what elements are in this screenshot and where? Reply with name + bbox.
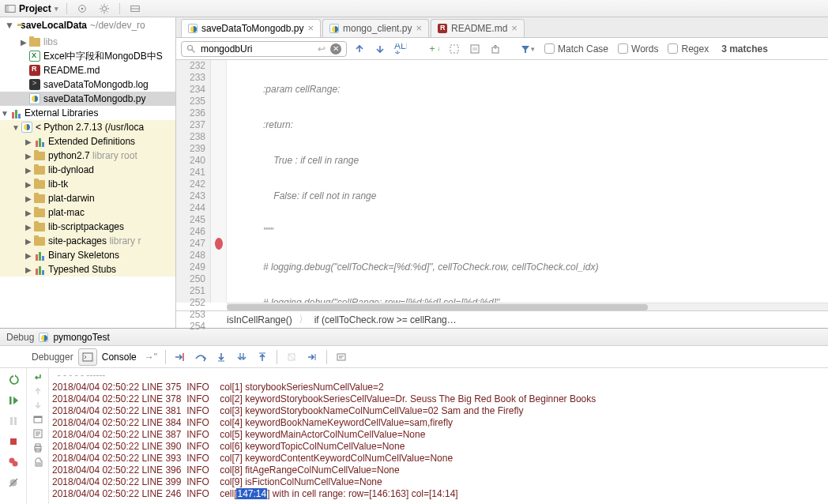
tree-item[interactable]: ▶lib-dynload [0,163,175,177]
tab-mongoclient[interactable]: mongo_client.py× [322,19,429,37]
svg-rect-22 [83,353,92,361]
svg-rect-33 [14,417,17,425]
tab-savedata[interactable]: saveDataToMongodb.py× [181,19,321,37]
tab-console-label[interactable]: Console [99,352,140,363]
svg-rect-40 [34,416,42,418]
attach-console-icon[interactable] [32,414,43,425]
tree-item[interactable]: ▶Extended Definitions [0,134,175,149]
editor-area: saveDataToMongodb.py× mongo_client.py× R… [176,17,828,328]
horizontal-scrollbar[interactable] [227,303,828,310]
pause-icon[interactable] [5,412,22,430]
tree-root[interactable]: ▼ saveLocalData ~/dev/dev_ro [0,17,175,33]
tree-item[interactable]: ▶lib-scriptpackages [0,220,175,234]
svg-rect-31 [9,397,12,404]
debug-toolbar: Debugger Console →" [0,346,828,368]
down-stack-icon[interactable] [32,400,43,411]
tree-item[interactable]: ▶plat-mac [0,205,175,220]
drop-frame-icon[interactable] [282,348,301,366]
settings-gear-icon[interactable] [97,2,111,16]
line-number-gutter[interactable]: 2322332342352362372382392402412422432442… [176,60,211,303]
run-to-cursor-icon[interactable] [303,348,322,366]
tree-item[interactable]: README.md [0,63,175,77]
add-selection-icon[interactable]: ＋↓ [426,41,442,57]
evaluate-expr-icon[interactable] [332,348,351,366]
gutter-marks[interactable] [211,60,227,303]
svg-line-10 [106,10,107,12]
show-exec-point-icon[interactable] [171,348,190,366]
breakpoint-icon[interactable] [215,238,223,250]
tree-item[interactable]: Excel中字段和MongoDB中S [0,49,175,63]
console-output[interactable]: - - - - - ------ 2018/04/04 02:50:22 LIN… [49,368,828,504]
print-icon[interactable] [32,442,43,453]
view-breakpoints-icon[interactable] [5,453,22,471]
tree-item[interactable]: ▶site-packages library r [0,234,175,248]
svg-point-15 [188,45,193,50]
toggle-sel-icon[interactable] [446,41,462,57]
rerun-icon[interactable] [5,371,22,389]
tree-item[interactable]: ▶plat-darwin [0,191,175,205]
tree-item[interactable]: saveDataToMongodb.log [0,77,175,92]
tab-readme[interactable]: README.md× [431,19,525,37]
edit-source-icon[interactable] [32,428,43,439]
tree-item[interactable]: ▶python2.7 library root [0,149,175,163]
close-icon[interactable]: × [416,22,422,34]
search-input[interactable]: ↩ ✕ [181,41,347,57]
breadcrumb[interactable]: isInCellRange()〉if (cellToCheck.row >= c… [176,310,828,328]
project-tree-panel: ▼ saveLocalData ~/dev/dev_ro ▶libs Excel… [0,17,176,328]
svg-rect-18 [450,45,458,53]
debug-sidebar-left [0,368,27,504]
run-config-name[interactable]: pymongoTest [53,332,109,343]
tree-item[interactable]: ▶Typeshed Stubs [0,262,175,276]
history-icon[interactable]: ↩ [318,43,326,55]
svg-line-12 [106,5,107,6]
svg-point-36 [12,461,17,467]
svg-point-3 [81,7,83,9]
svg-text:ALL: ALL [394,43,407,51]
debug-panel: Debug pymongoTest Debugger Console →" [0,328,828,504]
words-checkbox[interactable]: Words [618,43,658,55]
prev-match-icon[interactable] [352,41,367,57]
tab-debugger[interactable]: Debugger [28,352,77,363]
debug-label: Debug [6,332,34,343]
stop-icon[interactable] [5,433,22,450]
tree-external-libs[interactable]: ▼External Libraries [0,106,175,120]
tree-item[interactable]: ▶Binary Skeletons [0,248,175,262]
resume-icon[interactable] [5,392,22,409]
tree-item[interactable]: saveDataToMongodb.py [0,92,175,106]
filter-icon[interactable]: ▾ [519,41,535,57]
svg-rect-46 [36,444,40,446]
tab-console[interactable] [78,348,97,366]
svg-point-4 [102,6,106,10]
tree-item[interactable]: ▶lib-tk [0,177,175,191]
find-in-sel-icon[interactable] [467,41,483,57]
find-bar: ↩ ✕ ALL ＋↓ ▾ Match Case Words Regex 3 ma… [176,38,828,60]
svg-line-16 [192,49,195,52]
force-step-into-icon[interactable] [232,348,251,366]
tree-item[interactable]: ▶libs [0,35,175,49]
close-icon[interactable]: × [307,22,314,34]
export-results-icon[interactable] [487,41,503,57]
return-icon[interactable] [32,371,43,382]
regex-checkbox[interactable]: Regex [668,43,709,55]
clear-all-icon[interactable] [32,457,43,468]
step-over-icon[interactable] [191,348,210,366]
tree-python-sdk[interactable]: ▼< Python 2.7.13 (/usr/loca [0,120,175,134]
collapse-all-icon[interactable] [75,2,89,16]
svg-rect-28 [337,354,345,360]
match-case-checkbox[interactable]: Match Case [544,43,608,55]
close-icon[interactable]: × [511,22,518,34]
next-match-icon[interactable] [372,41,388,57]
step-into-icon[interactable] [212,348,231,366]
up-stack-icon[interactable] [32,386,43,397]
debug-sidebar-left2 [27,368,49,504]
step-out-icon[interactable] [253,348,272,366]
project-view-toggle[interactable]: Project ▾ [5,3,58,14]
search-icon [186,44,196,54]
match-count: 3 matches [721,43,768,55]
hide-panel-icon[interactable] [128,2,142,16]
code-editor[interactable]: :param cellRange: :return: True : if cel… [227,60,828,303]
clear-search-icon[interactable]: ✕ [330,43,341,55]
select-all-matches-icon[interactable]: ALL [393,41,408,57]
editor-tabs: saveDataToMongodb.py× mongo_client.py× R… [176,17,828,38]
mute-breakpoints-icon[interactable] [5,474,22,491]
